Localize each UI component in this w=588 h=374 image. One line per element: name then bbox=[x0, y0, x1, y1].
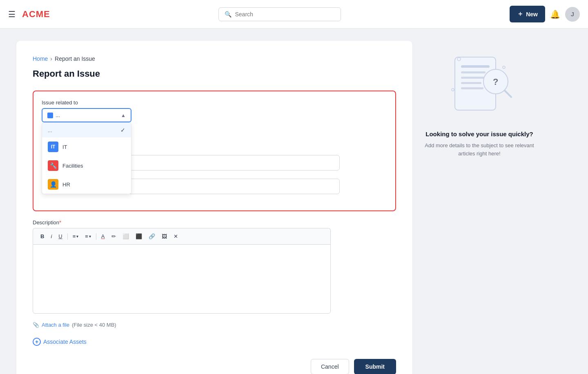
submit-button[interactable]: Submit bbox=[354, 359, 396, 374]
sidebar-description: Add more details to the subject to see r… bbox=[422, 142, 537, 157]
issue-related-section: Issue related to ... ▲ bbox=[33, 91, 396, 211]
unordered-list-button[interactable]: ≡ ▾ bbox=[82, 232, 94, 241]
header: ☰ ACME 🔍 ＋ New 🔔 J bbox=[0, 0, 588, 29]
header-center: 🔍 bbox=[50, 7, 510, 21]
blue-square-icon bbox=[47, 113, 53, 118]
dropdown-group: Issue related to ... ▲ bbox=[42, 100, 387, 122]
svg-rect-5 bbox=[461, 87, 483, 89]
search-box[interactable]: 🔍 bbox=[218, 7, 341, 21]
editor-toolbar: B i U ≡ ▾ ≡ ▾ A ✏ ⬜ ⬛ bbox=[33, 228, 331, 244]
dropdown-option-ellipsis[interactable]: ... ✓ bbox=[42, 123, 131, 137]
it-icon: IT bbox=[48, 142, 58, 152]
sidebar-title: Looking to solve your issue quickly? bbox=[425, 131, 533, 137]
main-layout: Home › Report an Issue Report an Issue I… bbox=[0, 29, 588, 374]
dropdown-wrapper: ... ▲ ... ✓ bbox=[42, 108, 387, 122]
circle-plus-icon: + bbox=[33, 338, 41, 346]
svg-text:?: ? bbox=[493, 77, 498, 87]
svg-rect-4 bbox=[461, 82, 481, 84]
description-section: Description* B i U ≡ ▾ ≡ ▾ bbox=[33, 219, 396, 314]
eraser-button[interactable]: ✏ bbox=[109, 232, 118, 241]
align-left-button[interactable]: ⬜ bbox=[120, 232, 131, 241]
toolbar-separator-2 bbox=[96, 233, 96, 240]
dropdown-label: Issue related to bbox=[42, 100, 387, 106]
breadcrumb-home[interactable]: Home bbox=[33, 55, 48, 62]
text-color-button[interactable]: A bbox=[99, 232, 107, 241]
cancel-button[interactable]: Cancel bbox=[311, 359, 349, 374]
attach-hint: (File size < 40 MB) bbox=[72, 322, 116, 328]
form-footer: Cancel Submit bbox=[33, 359, 396, 374]
image-button[interactable]: 🖼 bbox=[159, 232, 169, 241]
hamburger-menu-icon[interactable]: ☰ bbox=[8, 9, 16, 19]
required-indicator: * bbox=[59, 219, 61, 226]
toolbar-separator-1 bbox=[67, 233, 68, 240]
italic-button[interactable]: i bbox=[48, 232, 54, 241]
avatar[interactable]: J bbox=[565, 7, 580, 22]
attach-row: 📎 Attach a file (File size < 40 MB) bbox=[33, 322, 396, 328]
paperclip-icon: 📎 bbox=[33, 322, 39, 328]
clear-format-button[interactable]: ✕ bbox=[171, 232, 180, 241]
ordered-list-button[interactable]: ≡ ▾ bbox=[70, 232, 81, 241]
search-icon: 🔍 bbox=[225, 11, 232, 18]
facilities-label: Facilities bbox=[62, 163, 83, 169]
dropdown-option-facilities[interactable]: 🔧 Facilities bbox=[42, 156, 131, 175]
hr-label: HR bbox=[62, 181, 70, 188]
svg-rect-1 bbox=[461, 65, 490, 68]
dropdown-option-hr[interactable]: 👤 HR bbox=[42, 175, 131, 194]
page-title: Report an Issue bbox=[33, 69, 396, 79]
dropdown-option-it[interactable]: IT IT bbox=[42, 137, 131, 156]
dropdown-trigger[interactable]: ... ▲ bbox=[42, 108, 131, 122]
header-right: ＋ New 🔔 J bbox=[510, 6, 580, 22]
svg-rect-2 bbox=[461, 71, 486, 73]
breadcrumb: Home › Report an Issue bbox=[33, 55, 396, 62]
sidebar-illustration: ? bbox=[439, 49, 520, 122]
facilities-icon: 🔧 bbox=[48, 160, 58, 171]
form-card: Home › Report an Issue Report an Issue I… bbox=[16, 41, 412, 374]
header-left: ☰ ACME bbox=[8, 9, 50, 20]
breadcrumb-current: Report an Issue bbox=[55, 55, 95, 62]
check-icon: ✓ bbox=[120, 127, 125, 133]
breadcrumb-separator: › bbox=[50, 55, 52, 62]
hr-icon: 👤 bbox=[48, 179, 58, 190]
description-editor[interactable] bbox=[33, 244, 331, 314]
it-label: IT bbox=[62, 144, 67, 150]
svg-point-11 bbox=[452, 89, 454, 91]
search-input[interactable] bbox=[235, 11, 335, 18]
attach-link[interactable]: Attach a file bbox=[42, 322, 69, 328]
sidebar-panel: ? Looking to solve your issue quickly? A… bbox=[422, 41, 537, 374]
bold-button[interactable]: B bbox=[38, 232, 47, 241]
link-button[interactable]: 🔗 bbox=[146, 232, 158, 241]
dropdown-menu: ... ✓ IT IT bbox=[42, 122, 131, 194]
associate-assets-row[interactable]: + Associate Assets bbox=[33, 338, 396, 346]
associate-label: Associate Assets bbox=[43, 339, 87, 345]
notifications-bell-icon[interactable]: 🔔 bbox=[550, 9, 560, 19]
underline-button[interactable]: U bbox=[56, 232, 65, 241]
chevron-up-icon: ▲ bbox=[121, 113, 126, 118]
dropdown-value: ... bbox=[47, 112, 60, 118]
plus-icon: ＋ bbox=[517, 10, 523, 18]
svg-line-8 bbox=[505, 91, 511, 97]
logo: ACME bbox=[22, 9, 50, 20]
align-center-button[interactable]: ⬛ bbox=[133, 232, 145, 241]
new-button[interactable]: ＋ New bbox=[510, 6, 545, 22]
svg-point-10 bbox=[503, 66, 505, 69]
description-label: Description* bbox=[33, 219, 396, 226]
